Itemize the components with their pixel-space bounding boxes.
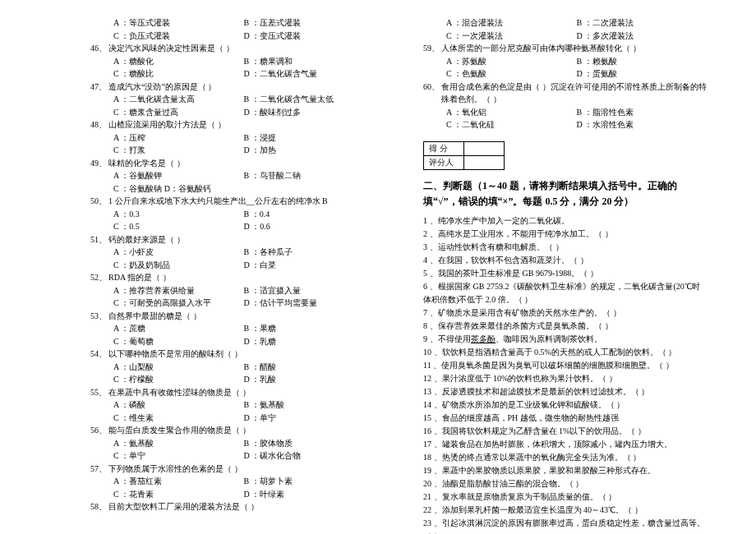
mc-option: A ：0.3	[113, 208, 244, 221]
question-number: 49、	[90, 157, 108, 170]
question-number: 20 、	[423, 477, 442, 490]
mc-option: C ：维生素	[113, 412, 244, 425]
mc-option: A ：番茄红素	[113, 475, 244, 488]
question-text: 油酯是脂肪酸甘油三酯的混合物。（ ）	[442, 479, 584, 488]
mc-option: C ：色氨酸	[446, 67, 577, 81]
mc-option: C ：糖浆含量过高	[113, 106, 244, 119]
question-number: 15 、	[423, 412, 442, 425]
mc-option-row: C ：0.5D ：0.6	[90, 220, 374, 233]
mc-option: B ：0.4	[244, 208, 375, 221]
judge-question: 3 、运动性饮料含有糖和电解质。（ ）	[423, 241, 707, 254]
mc-option: A ：糖酸化	[113, 55, 244, 68]
grader-cell	[464, 155, 505, 169]
question-number: 13 、	[423, 385, 442, 398]
mc-option-row: C ：花青素D ：叶绿素	[90, 488, 374, 501]
mc-option-row: C ：谷氨酸钠 D：谷氨酸钙	[90, 182, 374, 196]
question-number: 8 、	[423, 320, 438, 333]
mc-option: A ：氨基酸	[113, 437, 244, 450]
question-text: 不得使用茶多酚、咖啡因为原料调制茶饮料。	[438, 334, 602, 343]
question-text: 人体所需的一部分尼克酸可由体内哪种氨基酸转化（ ）	[441, 42, 707, 55]
mc-question: 58、目前大型饮料工厂采用的灌装方法是（ ）	[90, 500, 374, 513]
mc-option: D ：估计平均需要量	[244, 297, 375, 310]
mc-option: C ：花青素	[113, 488, 244, 501]
question-text: 我国将软饮料规定为乙醇含量在 1%以下的饮用品。（ ）	[442, 426, 646, 435]
question-text: 味精的化学名是（ ）	[108, 157, 374, 170]
judge-question: 20 、油酯是脂肪酸甘油三酯的混合物。（ ）	[423, 477, 707, 490]
mc-option: C ：葡萄糖	[113, 335, 244, 348]
mc-question: 54、以下哪种物质不是常用的酸味剂（ ）	[90, 348, 374, 361]
mc-question: 47、造成汽水“没劲”的原因是（ ）	[90, 81, 374, 94]
mc-option: B ：各种瓜子	[244, 246, 375, 259]
question-number: 11 、	[423, 359, 441, 372]
question-text: 食用合成色素的色淀是由（ ）沉淀在许可使用的不溶性基质上所制备的特殊着色剂。（ …	[441, 81, 707, 106]
mc-option: A ：谷氨酸钾	[113, 169, 244, 182]
question-text: 反渗透膜技术和超滤膜技术是最新的饮料过滤技术。（ ）	[442, 387, 650, 396]
question-number: 59、	[423, 42, 441, 55]
mc-option: A ：压榨	[113, 131, 244, 145]
question-number: 52、	[90, 271, 108, 284]
mc-option: B ：果糖	[244, 322, 375, 335]
mc-question: 60、食用合成色素的色淀是由（ ）沉淀在许可使用的不溶性基质上所制备的特殊着色剂…	[423, 81, 707, 106]
mc-option-row: A ：0.3B ：0.4	[90, 208, 374, 221]
question-text: 山楂应流采用的取汁方法是（ ）	[108, 118, 374, 131]
question-number: 10 、	[423, 346, 442, 359]
mc-question: 53、自然界中最甜的糖是（ ）	[90, 310, 374, 323]
mc-option: D ：0.6	[244, 220, 375, 233]
mc-option: C ：一次灌装法	[446, 30, 577, 43]
mc-option-row: A ：小虾皮B ：各种瓜子	[90, 246, 374, 259]
mc-option-row: A ：磷酸B ：氨基酸	[90, 398, 374, 412]
question-number: 23 、	[423, 517, 442, 530]
mc-question: 59、人体所需的一部分尼克酸可由体内哪种氨基酸转化（ ）	[423, 42, 707, 55]
mc-option: B ：胶体物质	[244, 437, 375, 450]
mc-option-row: C ：维生素D ：单宁	[90, 412, 374, 425]
judge-question: 21 、复水率就是原物质复原为干制品质量的值。（ ）	[423, 490, 707, 504]
mc-option: D ：碳水化合物	[244, 449, 375, 463]
question-text: 在果蔬中具有收敛性涩味的物质是（ ）	[108, 386, 374, 399]
judge-question: 4 、在我国，软饮料不包含酒和蔬菜汁。（ ）	[423, 254, 707, 267]
judge-question: 11 、使用臭氧杀菌是因为臭氧可以破坏细菌的细胞膜和细胞壁。（ ）	[423, 359, 707, 372]
mc-question: 49、味精的化学名是（ ）	[90, 157, 374, 170]
mc-option-row: A ：混合灌装法B ：二次灌装法	[423, 16, 707, 30]
judge-question: 6 、根据国家 GB 2759.2《碳酸饮料卫生标准》的规定，二氧化碳含量(20…	[423, 280, 707, 306]
question-text: 我国的茶叶卫生标准是 GB 9679-1988。（ ）	[438, 269, 598, 278]
question-text: RDA 指的是（ ）	[108, 271, 374, 284]
question-number: 55、	[90, 386, 108, 399]
question-number: 51、	[90, 233, 108, 246]
question-number: 54、	[90, 348, 108, 361]
judge-question: 18 、热烫的终点通常以果蔬中的氧化酶完全失活为准。（ ）	[423, 451, 707, 464]
mc-option-row: A ：苏氨酸B ：赖氨酸	[423, 55, 707, 68]
left-column: A ：等压式灌装B ：压差式灌装C ：负压式灌装D ：变压式灌装46、决定汽水风…	[90, 16, 374, 534]
question-number: 14 、	[423, 398, 442, 412]
judge-question: 14 、矿物质水所添加的是工业级氯化钾和硫酸镁。（ ）	[423, 398, 707, 412]
mc-option: B ：二次灌装法	[577, 16, 708, 30]
score-cell	[464, 141, 505, 155]
mc-option: A ：磷酸	[113, 398, 244, 412]
mc-option: D ：变压式灌装	[244, 30, 375, 43]
question-text: 造成汽水“没劲”的原因是（ ）	[108, 81, 374, 94]
mc-option-row: A ：山梨酸B ：醋酸	[90, 361, 374, 374]
mc-option: C ：单宁	[113, 449, 244, 463]
mc-option: B ：浸提	[244, 131, 375, 145]
mc-option: B ：压差式灌装	[244, 16, 375, 30]
mc-option: D ：乳酸	[244, 373, 375, 386]
question-number: 57、	[90, 463, 108, 476]
question-number: 17 、	[423, 438, 442, 451]
question-text: 保存营养效果最佳的杀菌方式是臭氧杀菌。（ ）	[438, 321, 613, 330]
question-number: 6 、	[423, 280, 438, 293]
question-number: 2 、	[423, 228, 438, 241]
mc-option-row: C ：奶及奶制品D ：白菜	[90, 259, 374, 272]
question-number: 56、	[90, 424, 108, 437]
judge-question: 17 、罐装食品在加热时膨胀，体积增大，顶隙减小，罐内压力增大。	[423, 438, 707, 451]
question-text: 纯净水生产中加入一定的二氧化碳。	[438, 216, 569, 225]
mc-option-row: C ：糖酸比D ：二氧化碳含气量	[90, 67, 374, 81]
question-number: 21 、	[423, 490, 442, 504]
mc-option-row: A ：推荐营养素供给量B ：适宜摄入量	[90, 284, 374, 297]
question-text: 使用臭氧杀菌是因为臭氧可以破坏细菌的细胞膜和细胞壁。（ ）	[441, 361, 674, 370]
question-number: 46、	[90, 42, 108, 55]
question-text: 在我国，软饮料不包含酒和蔬菜汁。（ ）	[438, 255, 588, 265]
judge-question: 7 、矿物质水是采用含有矿物质的天然水生产的。（ ）	[423, 306, 707, 320]
mc-option: C ：0.5	[113, 220, 244, 233]
question-text: 决定汽水风味的决定性因素是（ ）	[108, 42, 374, 55]
mc-option: C ：柠檬酸	[113, 373, 244, 386]
mc-option: C ：负压式灌装	[113, 30, 244, 43]
